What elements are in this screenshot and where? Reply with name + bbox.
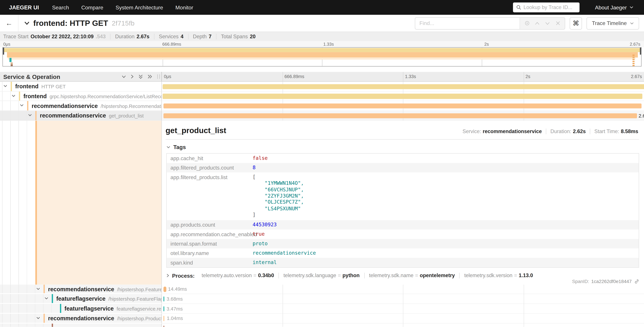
span-row-partial[interactable] (0, 324, 644, 327)
span-row-frontend-grpc[interactable]: frontend grpc.hipstershop.Recommendation… (0, 92, 644, 101)
next-match-icon[interactable] (544, 20, 551, 26)
expand-all-icon[interactable] (148, 74, 152, 79)
span-duration-bar[interactable] (162, 84, 644, 89)
span-row-featureflag-repo-query[interactable]: featureflagservice featureflagservice.re… (0, 304, 644, 314)
back-button[interactable]: ← (0, 15, 18, 32)
process-section[interactable]: Process: telemetry.auto.version=0.34b0 t… (166, 272, 639, 279)
collapse-span-chevron-icon[interactable] (36, 288, 40, 290)
collapse-one-level-icon[interactable] (122, 75, 126, 78)
tag-row[interactable]: app.products.count 44530923 (167, 220, 639, 229)
prev-match-icon[interactable] (534, 20, 540, 26)
span-id-label: SpanID: (572, 279, 589, 284)
tags-section-toggle[interactable]: Tags (166, 144, 639, 150)
span-bar-track[interactable]: 14.49ms (162, 284, 644, 294)
span-bar-track[interactable] (162, 82, 644, 92)
span-service-name: recommendationservice (48, 315, 114, 322)
span-bar-track[interactable] (162, 101, 644, 111)
collapse-span-chevron-icon[interactable] (36, 316, 40, 320)
trace-stats-bar: Trace StartOctober 22 2022, 22:10:09.543… (0, 32, 644, 41)
column-resize-grip[interactable] (157, 74, 160, 79)
trace-minimap[interactable] (2, 47, 642, 66)
timeline-header: Service & Operation (0, 72, 644, 82)
collapse-span-chevron-icon[interactable] (28, 114, 32, 117)
trace-timeline: Service & Operation (0, 72, 644, 327)
span-row-productcatalog-grpc[interactable]: recommendationservice /hipstershop.Produ… (0, 314, 644, 324)
tag-row[interactable]: internal.span.format proto (167, 239, 639, 248)
collapse-span-chevron-icon[interactable] (20, 104, 24, 107)
timeline-left-header: Service & Operation (0, 72, 162, 81)
span-operation-name: get_product_list (109, 113, 144, 119)
stat-trace-start: Trace StartOctober 22 2022, 22:10:09.543 (3, 34, 111, 40)
span-duration-bar[interactable] (162, 94, 642, 99)
span-duration-bar[interactable] (164, 287, 166, 292)
tag-row[interactable]: app.cache_hit false (167, 154, 639, 163)
keyboard-shortcuts-button[interactable]: ⌘ (570, 17, 582, 30)
clear-find-icon[interactable] (554, 20, 561, 26)
stat-services: Services4 (154, 34, 188, 40)
trace-id-search-input[interactable]: Lookup by Trace ID... (513, 2, 579, 12)
trace-view-selector[interactable]: Trace Timeline (586, 17, 639, 30)
span-bar-track[interactable]: 3.47ms (162, 304, 644, 314)
tag-row[interactable]: app.filtered_products.count 8 (167, 163, 639, 172)
span-color-bar (19, 92, 20, 101)
minimap-span-brown (11, 64, 13, 66)
about-jaeger-menu[interactable]: About Jaeger (595, 4, 633, 10)
span-row-featureflagservice-grpc[interactable]: featureflagservice /hipstershop.FeatureF… (0, 294, 644, 304)
span-duration-bar[interactable] (164, 316, 164, 321)
tag-row[interactable]: span.kind internal (167, 258, 639, 267)
process-item: telemetry.auto.version=0.34b0 (197, 273, 279, 278)
span-row-get-product-list[interactable]: recommendationservice get_product_list 2… (0, 111, 644, 121)
nav-item-system-architecture[interactable]: System Architecture (116, 4, 163, 10)
focus-match-icon[interactable] (524, 20, 530, 26)
span-bar-track[interactable] (162, 324, 644, 327)
span-bar-track[interactable] (162, 92, 644, 101)
process-label: Process: (172, 272, 194, 279)
chevron-right-icon (166, 274, 169, 278)
copy-link-icon[interactable] (634, 279, 639, 284)
about-jaeger-label: About Jaeger (595, 4, 627, 10)
span-duration-bar[interactable] (163, 296, 164, 302)
tag-row[interactable]: app.filtered_products.list [ "1YMWWN1N4O… (167, 172, 639, 220)
nav-item-search[interactable]: Search (52, 4, 69, 10)
jaeger-trace-page: JAEGER UI Search Compare System Architec… (0, 0, 644, 327)
nav-item-compare[interactable]: Compare (81, 4, 103, 10)
span-operation-name: HTTP GET (42, 84, 66, 90)
collapse-span-chevron-icon[interactable] (3, 84, 8, 88)
expand-one-level-icon[interactable] (130, 74, 134, 79)
minimap-span-end (632, 57, 634, 58)
collapse-trace-chevron-icon[interactable] (24, 21, 30, 25)
tag-list-value: [ "1YMWWN1N4O", "66VCHSJNUP", "2ZYFJ3GM2… (253, 174, 304, 218)
detail-service: Service:recommendationservice (458, 128, 546, 134)
tag-row[interactable]: otel.library.name recommendationservice (167, 248, 639, 258)
span-operation-name: grpc.hipstershop.RecommendationService/L… (50, 94, 162, 100)
tag-key: app.filtered_products.list (170, 174, 252, 218)
span-duration-bar[interactable] (164, 326, 164, 327)
span-duration-label: 2.62s (639, 113, 644, 118)
span-bar-track[interactable]: 3.68ms (162, 294, 644, 304)
find-input[interactable]: Find... (415, 18, 520, 29)
span-duration-bar[interactable] (163, 104, 642, 108)
span-duration-bar[interactable] (163, 306, 164, 312)
nav-item-monitor[interactable]: Monitor (176, 4, 193, 10)
minimap-span-brown-top (11, 62, 13, 64)
minimap-left-drag-handle[interactable] (3, 48, 4, 55)
span-color-bar (11, 82, 12, 91)
span-row-featureflag-grpc[interactable]: recommendationservice /hipstershop.Featu… (0, 284, 644, 294)
span-color-bar (27, 101, 28, 110)
tag-row[interactable]: app.recommendation.cache_enabled true (167, 230, 639, 239)
span-bar-track[interactable]: 2.62s (162, 111, 644, 121)
span-row-frontend-http-get[interactable]: frontend HTTP GET (0, 82, 644, 92)
collapse-span-chevron-icon[interactable] (44, 297, 48, 300)
find-controls (520, 18, 565, 29)
span-detail-color-bar (35, 121, 37, 284)
span-duration-bar[interactable] (163, 113, 637, 118)
app-logo[interactable]: JAEGER UI (9, 4, 39, 10)
span-row-recommendation-grpc[interactable]: recommendationservice /hipstershop.Recom… (0, 101, 644, 111)
minimap-right-drag-handle[interactable] (640, 48, 641, 55)
span-id-value: 1ca2262df0e18447 (591, 279, 632, 284)
top-navbar: JAEGER UI Search Compare System Architec… (0, 0, 644, 15)
tag-key: app.filtered_products.count (170, 164, 252, 171)
collapse-span-chevron-icon[interactable] (12, 94, 16, 97)
collapse-all-icon[interactable] (138, 74, 143, 79)
span-bar-track[interactable]: 1.04ms (162, 314, 644, 324)
